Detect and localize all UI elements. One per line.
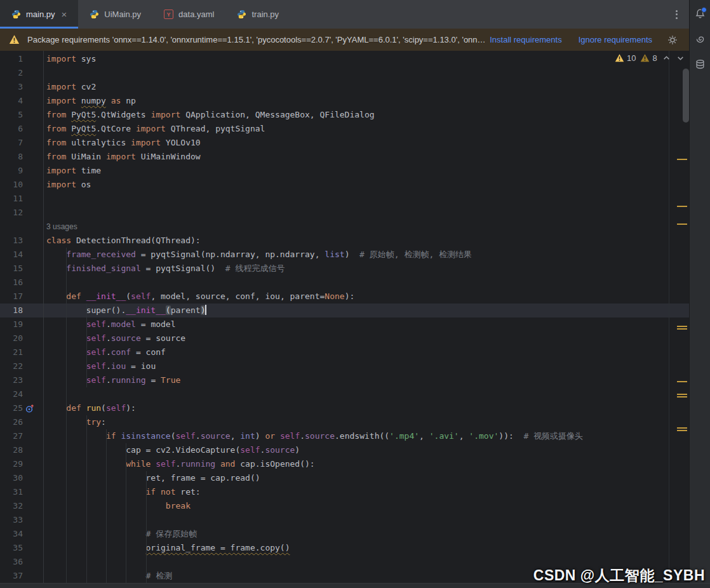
line-number[interactable]: 16 bbox=[0, 276, 43, 290]
line-number[interactable]: 21 bbox=[0, 345, 43, 359]
notifications-bell-icon[interactable] bbox=[695, 8, 706, 19]
code-line[interactable]: 22 self.iou = iou bbox=[0, 359, 689, 373]
line-number[interactable]: 26 bbox=[0, 415, 43, 429]
next-problem-chevron-down-icon[interactable] bbox=[676, 53, 685, 63]
tab-train.py[interactable]: train.py bbox=[225, 0, 290, 29]
banner-settings-gear-icon[interactable] bbox=[667, 35, 678, 45]
error-stripe-warning-mark[interactable] bbox=[677, 326, 687, 331]
line-number[interactable]: 36 bbox=[0, 555, 43, 569]
error-stripe-warning-mark[interactable] bbox=[677, 159, 687, 161]
vertical-scrollbar[interactable] bbox=[683, 69, 689, 123]
line-number[interactable]: 8 bbox=[0, 150, 43, 164]
line-number[interactable]: 35 bbox=[0, 541, 43, 555]
line-number[interactable]: 5 bbox=[0, 108, 43, 122]
code-line[interactable]: 11 bbox=[0, 192, 689, 206]
line-number[interactable]: 22 bbox=[0, 359, 43, 373]
code-line[interactable]: 1import sys bbox=[0, 52, 689, 66]
error-stripe-warning-mark[interactable] bbox=[677, 224, 687, 226]
line-number[interactable]: 37 bbox=[0, 569, 43, 583]
code-line[interactable]: 26 try: bbox=[0, 415, 689, 429]
line-number[interactable]: 27 bbox=[0, 429, 43, 443]
code-line[interactable]: 24 bbox=[0, 387, 689, 401]
line-number[interactable]: 15 bbox=[0, 262, 43, 276]
line-number[interactable]: 10 bbox=[0, 178, 43, 192]
code-line[interactable]: 8from UiMain import UiMainWindow bbox=[0, 150, 689, 164]
code-line[interactable]: 13class DetectionThread(QThread): bbox=[0, 234, 689, 248]
line-number[interactable]: 12 bbox=[0, 206, 43, 220]
code-text: import numpy as np bbox=[43, 94, 136, 108]
line-number[interactable]: 13 bbox=[0, 234, 43, 248]
line-number[interactable]: 23 bbox=[0, 373, 43, 387]
line-number[interactable]: 7 bbox=[0, 136, 43, 150]
code-line[interactable]: 5from PyQt5.QtWidgets import QApplicatio… bbox=[0, 108, 689, 122]
code-line[interactable]: 9import time bbox=[0, 164, 689, 178]
line-number[interactable]: 17 bbox=[0, 290, 43, 304]
line-number[interactable]: 1 bbox=[0, 52, 43, 66]
tab-main.py[interactable]: main.py× bbox=[0, 0, 78, 29]
line-number[interactable]: 4 bbox=[0, 94, 43, 108]
code-line[interactable]: 2 bbox=[0, 66, 689, 80]
code-line[interactable]: 28 cap = cv2.VideoCapture(self.source) bbox=[0, 443, 689, 457]
code-line[interactable]: 31 if not ret: bbox=[0, 485, 689, 499]
database-icon[interactable] bbox=[695, 59, 706, 70]
code-line[interactable]: 19 self.model = model bbox=[0, 317, 689, 331]
line-number[interactable]: 19 bbox=[0, 317, 43, 331]
code-line[interactable]: 14 frame_received = pyqtSignal(np.ndarra… bbox=[0, 248, 689, 262]
code-line[interactable]: 17 def __init__(self, model, source, con… bbox=[0, 290, 689, 304]
code-editor[interactable]: 1import sys23import cv24import numpy as … bbox=[0, 51, 689, 584]
code-line[interactable]: 29 while self.running and cap.isOpened()… bbox=[0, 457, 689, 471]
line-number[interactable]: 32 bbox=[0, 499, 43, 513]
code-line[interactable]: 35 original_frame = frame.copy() bbox=[0, 541, 689, 555]
line-number[interactable]: 20 bbox=[0, 331, 43, 345]
line-number[interactable]: 30 bbox=[0, 471, 43, 485]
code-text: self.conf = conf bbox=[43, 345, 166, 359]
line-number[interactable]: 29 bbox=[0, 457, 43, 471]
code-line[interactable]: 7from ultralytics import YOLOv10 bbox=[0, 136, 689, 150]
code-line[interactable]: 12 bbox=[0, 206, 689, 220]
code-line[interactable]: 3import cv2 bbox=[0, 80, 689, 94]
line-number[interactable]: 34 bbox=[0, 527, 43, 541]
line-number[interactable] bbox=[0, 220, 43, 234]
code-line[interactable]: 15 finished_signal = pyqtSignal() # 线程完成… bbox=[0, 262, 689, 276]
tab-UiMain.py[interactable]: UiMain.py bbox=[78, 0, 152, 29]
code-line[interactable]: 20 self.source = source bbox=[0, 331, 689, 345]
error-stripe-warning-mark[interactable] bbox=[677, 381, 687, 384]
line-number[interactable]: 6 bbox=[0, 122, 43, 136]
line-number[interactable]: 28 bbox=[0, 443, 43, 457]
code-line[interactable]: 33 bbox=[0, 513, 689, 527]
code-line[interactable]: 34 # 保存原始帧 bbox=[0, 527, 689, 541]
line-number[interactable]: 33 bbox=[0, 513, 43, 527]
line-number[interactable]: 31 bbox=[0, 485, 43, 499]
code-line[interactable]: 27 if isinstance(self.source, int) or se… bbox=[0, 429, 689, 443]
code-line[interactable]: 18 super().__init__(parent) bbox=[0, 304, 689, 317]
error-stripe-warning-mark[interactable] bbox=[677, 394, 687, 399]
ai-assistant-swirl-icon[interactable] bbox=[695, 34, 706, 44]
error-stripe-warning-mark[interactable] bbox=[677, 206, 687, 208]
line-number[interactable]: 14 bbox=[0, 248, 43, 262]
error-stripe-warning-mark[interactable] bbox=[677, 427, 687, 432]
tab-data.yaml[interactable]: Ydata.yaml bbox=[152, 0, 225, 29]
line-number[interactable]: 25 bbox=[0, 401, 43, 415]
close-icon[interactable]: × bbox=[62, 10, 67, 19]
code-line[interactable]: 4import numpy as np bbox=[0, 94, 689, 108]
line-number[interactable]: 3 bbox=[0, 80, 43, 94]
code-line[interactable]: 10import os bbox=[0, 178, 689, 192]
code-line[interactable]: 23 self.running = True bbox=[0, 373, 689, 387]
previous-problem-chevron-up-icon[interactable] bbox=[662, 53, 671, 63]
code-line[interactable]: 25 def run(self): bbox=[0, 401, 689, 415]
line-number[interactable]: 24 bbox=[0, 387, 43, 401]
code-line[interactable]: 16 bbox=[0, 276, 689, 290]
line-number[interactable]: 11 bbox=[0, 192, 43, 206]
line-number[interactable]: 2 bbox=[0, 66, 43, 80]
code-line[interactable]: 21 self.conf = conf bbox=[0, 345, 689, 359]
code-line[interactable]: 6from PyQt5.QtCore import QThread, pyqtS… bbox=[0, 122, 689, 136]
line-number[interactable]: 9 bbox=[0, 164, 43, 178]
install-requirements-link[interactable]: Install requirements bbox=[490, 35, 561, 44]
line-number[interactable]: 18 bbox=[0, 304, 43, 317]
code-text: def run(self): bbox=[43, 401, 136, 415]
ignore-requirements-link[interactable]: Ignore requirements bbox=[579, 35, 652, 44]
usages-inlay-row[interactable]: 3 usages bbox=[0, 220, 689, 234]
code-line[interactable]: 30 ret, frame = cap.read() bbox=[0, 471, 689, 485]
code-line[interactable]: 32 break bbox=[0, 499, 689, 513]
more-options-kebab-icon[interactable] bbox=[673, 8, 680, 22]
